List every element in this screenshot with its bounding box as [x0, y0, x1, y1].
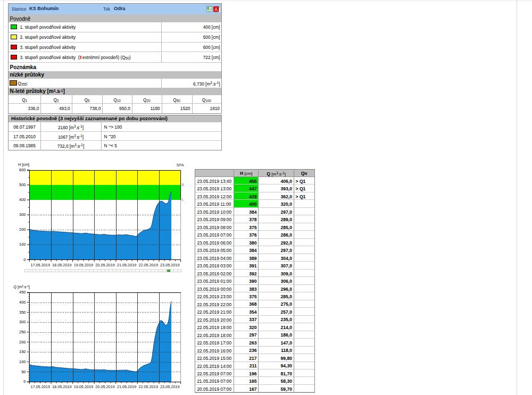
svg-text:22.05.2019: 22.05.2019: [138, 384, 158, 389]
svg-text:250: 250: [19, 330, 26, 334]
svg-text:100: 100: [19, 359, 26, 364]
svg-text:22.05.2019: 22.05.2019: [138, 263, 158, 267]
svg-text:150: 150: [19, 349, 26, 354]
svg-text:300: 300: [19, 212, 26, 217]
svg-text:18.05.2019: 18.05.2019: [52, 263, 72, 267]
svg-text:400: 400: [19, 197, 26, 202]
svg-text:I.: I.: [182, 198, 184, 201]
svg-text:21.05.2019: 21.05.2019: [117, 384, 137, 389]
svg-text:19.05.2019: 19.05.2019: [74, 263, 94, 267]
svg-text:0: 0: [23, 257, 26, 262]
svg-text:450: 450: [19, 290, 26, 295]
svg-text:20.05.2019: 20.05.2019: [95, 263, 115, 267]
svg-text:19.05.2019: 19.05.2019: [74, 384, 94, 389]
svg-text:0: 0: [23, 379, 26, 384]
svg-text:23.05.2019: 23.05.2019: [160, 384, 180, 389]
svg-text:18.05.2019: 18.05.2019: [52, 384, 72, 389]
svg-text:17.05.2019: 17.05.2019: [30, 384, 50, 389]
svg-text:400: 400: [19, 300, 26, 305]
svg-text:20.05.2019: 20.05.2019: [95, 384, 115, 389]
svg-text:17.05.2019: 17.05.2019: [30, 263, 50, 267]
svg-text:200: 200: [19, 227, 26, 232]
svg-text:23.05.2019: 23.05.2019: [160, 263, 180, 267]
svg-text:100: 100: [19, 242, 26, 247]
svg-text:50: 50: [21, 369, 26, 374]
svg-text:500: 500: [19, 182, 26, 187]
svg-text:300: 300: [19, 320, 26, 324]
svg-text:H [cm]: H [cm]: [18, 162, 29, 167]
svg-text:600: 600: [19, 167, 26, 172]
svg-text:II.: II.: [182, 183, 185, 187]
svg-text:Q [m3.s-1]: Q [m3.s-1]: [13, 284, 30, 289]
svg-text:21.05.2019: 21.05.2019: [117, 263, 137, 267]
svg-text:SPA: SPA: [177, 163, 184, 167]
svg-text:200: 200: [19, 340, 26, 344]
svg-text:350: 350: [19, 310, 26, 315]
